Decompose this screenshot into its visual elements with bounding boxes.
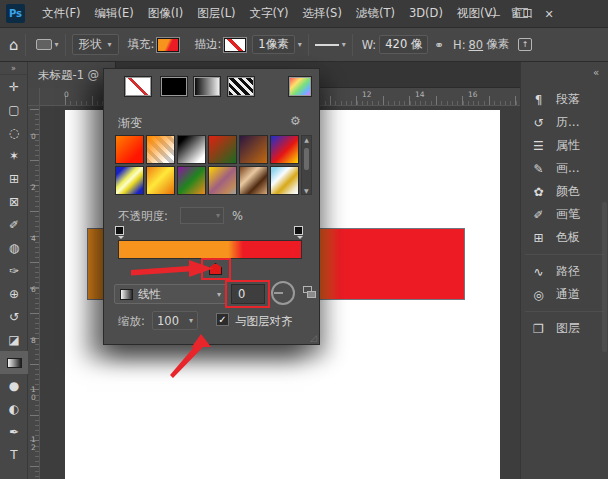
gradient-swatch-copper[interactable]: [239, 166, 268, 195]
home-icon[interactable]: ⌂: [9, 36, 19, 54]
toolbar-collapse-icon[interactable]: »: [0, 62, 27, 75]
color-picker-button[interactable]: [289, 77, 311, 96]
gradient-swatch-yellow-violet-orange[interactable]: [208, 166, 237, 195]
type-tool[interactable]: T: [0, 443, 28, 466]
tool-preset-picker[interactable]: ▾: [36, 39, 59, 50]
menu-bar: 文件(F)编辑(E)图像(I)图层(L)文字(Y)选择(S)滤镜(T)3D(D)…: [35, 3, 541, 24]
history-brush-tool[interactable]: ↺: [0, 305, 28, 328]
dock-panel-properties[interactable]: ☰属性: [521, 134, 608, 157]
menu-item-文字(Y)[interactable]: 文字(Y): [243, 3, 296, 24]
eraser-tool[interactable]: ◪: [0, 328, 28, 351]
fill-type-solid-button[interactable]: [161, 77, 187, 96]
menu-item-滤镜(T)[interactable]: 滤镜(T): [349, 3, 402, 24]
dock-scrollbar[interactable]: [602, 202, 607, 352]
gradient-swatch-red-green[interactable]: [208, 135, 237, 164]
pen-tool[interactable]: ✒: [0, 420, 28, 443]
menu-item-文件(F)[interactable]: 文件(F): [35, 3, 88, 24]
blur-tool-icon: ●: [9, 379, 19, 393]
stroke-width-field[interactable]: 1像素: [252, 35, 294, 54]
v-ruler-number: 10: [29, 386, 38, 401]
link-dimensions-icon[interactable]: ⚭: [434, 38, 444, 52]
gradient-swatch-black-white[interactable]: [177, 135, 206, 164]
fill-type-pattern-button[interactable]: [228, 77, 254, 96]
dock-panel-color[interactable]: ✿颜色: [521, 180, 608, 203]
dock-panel-swatches[interactable]: ⊞色板: [521, 226, 608, 249]
scroll-down-icon[interactable]: ▼: [304, 187, 309, 194]
dock-panel-layers[interactable]: ❐图层: [521, 317, 608, 340]
scale-dropdown[interactable]: 100 ▾: [152, 311, 198, 330]
dock-panel-paths[interactable]: ∿路径: [521, 260, 608, 283]
angle-dial[interactable]: [271, 281, 295, 305]
fill-type-gradient-button[interactable]: [194, 77, 220, 96]
tool-mode-dropdown[interactable]: 形状 ▾: [72, 34, 119, 55]
minimize-button[interactable]: —: [486, 8, 504, 21]
stroke-swatch[interactable]: [224, 38, 246, 52]
healing-brush-tool-icon: ◍: [9, 241, 19, 255]
dock-panel-history[interactable]: ↺历...: [521, 111, 608, 134]
menu-item-图像(I)[interactable]: 图像(I): [141, 3, 190, 24]
dock-panel-channels[interactable]: ◎通道: [521, 283, 608, 306]
width-field[interactable]: 420 像: [379, 35, 428, 54]
gradient-swatch-orange-transparent[interactable]: [146, 135, 175, 164]
gradient-swatch-violet-green-orange[interactable]: [177, 166, 206, 195]
lasso-tool[interactable]: ◌: [0, 121, 28, 144]
maximize-button[interactable]: [513, 8, 531, 21]
menu-item-编辑(E)[interactable]: 编辑(E): [88, 3, 141, 24]
chevron-down-icon[interactable]: ▾: [342, 40, 346, 49]
swatch-scrollbar[interactable]: ▲ ▼: [301, 135, 312, 195]
opacity-stop-left[interactable]: [115, 226, 124, 235]
menu-item-选择(S)[interactable]: 选择(S): [296, 3, 349, 24]
clone-stamp-tool-icon: ⊕: [9, 287, 19, 301]
scroll-up-icon[interactable]: ▲: [304, 136, 309, 143]
dock-panel-brushes[interactable]: ✐画笔: [521, 203, 608, 226]
dock-collapse-icon[interactable]: «: [593, 67, 599, 78]
gear-icon[interactable]: ⚙: [290, 114, 301, 128]
close-button[interactable]: ✕: [540, 8, 558, 21]
chevron-down-icon[interactable]: ▾: [298, 40, 302, 49]
export-icon[interactable]: ↑: [518, 38, 532, 51]
gradient-swatch-orange-yellow-orange[interactable]: [146, 166, 175, 195]
window-controls: — ✕: [486, 0, 558, 28]
marquee-tool[interactable]: ▢: [0, 98, 28, 121]
opacity-stop-right[interactable]: [294, 226, 303, 235]
scale-value: 100: [157, 314, 179, 328]
clone-stamp-tool[interactable]: ⊕: [0, 282, 28, 305]
menu-item-3D(D)[interactable]: 3D(D): [402, 3, 450, 24]
fill-type-none-button[interactable]: [125, 77, 151, 96]
gradient-swatch-chrome-gold[interactable]: [270, 166, 299, 195]
align-with-layer-checkbox[interactable]: ✓: [216, 313, 229, 326]
blur-tool[interactable]: ●: [0, 374, 28, 397]
healing-brush-tool[interactable]: ◍: [0, 236, 28, 259]
vertical-ruler[interactable]: 0246810121: [28, 106, 40, 479]
gradient-swatch-blue-yellow-blue[interactable]: [115, 166, 144, 195]
height-field[interactable]: 80: [469, 38, 484, 52]
gradient-style-dropdown[interactable]: 线性 ▾: [114, 284, 227, 304]
v-ruler-number: 2: [29, 184, 38, 192]
fill-swatch[interactable]: [157, 38, 179, 52]
magic-wand-tool[interactable]: ✶: [0, 144, 28, 167]
gradient-fill-popup: 渐变 ⚙ ▲ ▼ 不透明度: ▾ % 线性 ▾ 0 缩放: 100 ▾ ✓: [103, 68, 320, 345]
reverse-gradient-icon[interactable]: [303, 286, 317, 299]
dock-panel-brush-settings[interactable]: ✎画...: [521, 157, 608, 180]
annotation-rect-color-stop: [201, 258, 231, 280]
eyedropper-tool[interactable]: ✐: [0, 213, 28, 236]
move-tool[interactable]: ✛: [0, 75, 28, 98]
scrollbar-thumb[interactable]: [304, 148, 309, 170]
gradient-swatch-purple-orange[interactable]: [239, 135, 268, 164]
gradient-swatch-blue-red-yellow[interactable]: [270, 135, 299, 164]
menu-item-图层(L)[interactable]: 图层(L): [190, 3, 242, 24]
swatches-label: 色板: [556, 229, 580, 246]
gradient-preview-bar[interactable]: [118, 240, 302, 259]
dodge-tool[interactable]: ◐: [0, 397, 28, 420]
stroke-type-icon[interactable]: [315, 44, 339, 46]
crop-tool[interactable]: ⊞: [0, 167, 28, 190]
panel-resize-grip[interactable]: ◿: [310, 333, 317, 343]
gradient-section-label: 渐变: [118, 115, 142, 132]
frame-tool[interactable]: ⊠: [0, 190, 28, 213]
dock-panel-paragraph[interactable]: ¶段落: [521, 88, 608, 111]
rectangle-preset-icon: [36, 39, 52, 50]
marquee-tool-icon: ▢: [8, 103, 19, 117]
gradient-tool[interactable]: [0, 351, 28, 374]
gradient-swatch-orange-red[interactable]: [115, 135, 144, 164]
brush-tool[interactable]: ✑: [0, 259, 28, 282]
